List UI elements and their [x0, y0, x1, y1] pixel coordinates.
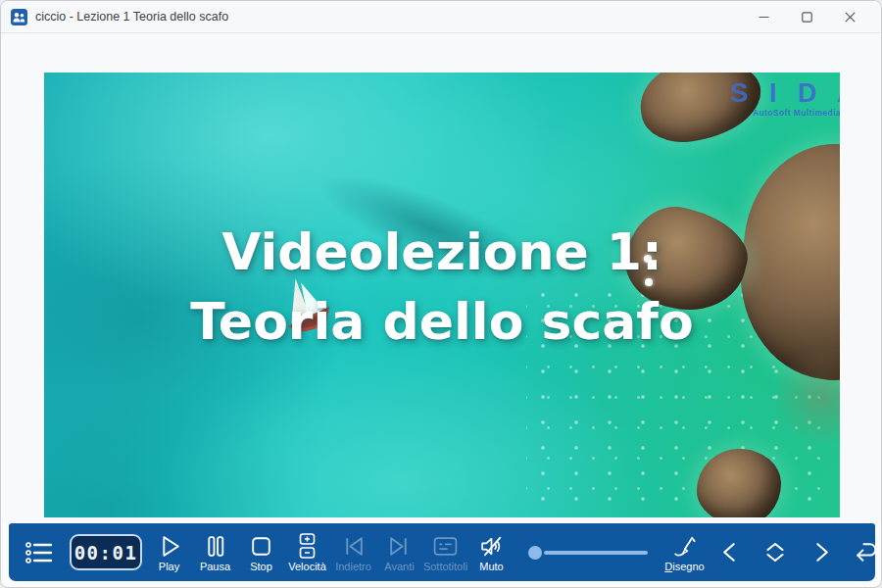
sida-logo-subtext: AutoSoft Multimedia	[730, 108, 840, 118]
volume-slider[interactable]	[528, 546, 648, 560]
content-area: S I D A AutoSoft Multimedia Videolezione…	[1, 33, 881, 523]
back-label: Indietro	[335, 561, 371, 572]
minimize-icon	[759, 12, 769, 23]
stop-button[interactable]: Stop	[238, 531, 284, 574]
speed-label: Velocità	[288, 561, 326, 572]
draw-button[interactable]: Disegno	[662, 531, 708, 574]
speed-plus-minus-icon	[294, 532, 320, 560]
speed-button[interactable]: Velocità	[284, 530, 330, 574]
minimize-button[interactable]	[742, 1, 785, 33]
return-button[interactable]	[843, 539, 882, 565]
users-group-icon	[11, 9, 27, 25]
subtitles-icon	[432, 533, 459, 560]
timer-display: 00:01	[70, 534, 142, 570]
play-label: Play	[159, 561, 179, 572]
maximize-icon	[802, 12, 812, 23]
return-arrow-icon	[852, 539, 880, 565]
sida-logo: S I D A AutoSoft Multimedia	[730, 80, 840, 118]
close-button[interactable]	[828, 1, 871, 33]
title-bar: ciccio - Lezione 1 Teoria dello scafo	[1, 1, 881, 33]
speaker-off-icon	[478, 533, 505, 560]
pause-label: Pausa	[200, 561, 230, 572]
mute-button[interactable]: Muto	[468, 531, 514, 574]
rock-formation-bottom	[697, 449, 781, 517]
pause-button[interactable]: Pausa	[192, 531, 238, 574]
skip-previous-icon	[340, 533, 367, 560]
maximize-button[interactable]	[785, 1, 828, 33]
forward-label: Avanti	[384, 561, 414, 572]
pause-icon	[202, 533, 228, 560]
skip-next-icon	[386, 533, 413, 560]
app-window: ciccio - Lezione 1 Teoria dello scafo	[0, 0, 882, 588]
next-button[interactable]	[798, 539, 843, 565]
video-title-line2: Teoria dello scafo	[44, 287, 840, 357]
video-overlay-title: Videolezione 1: Teoria dello scafo	[44, 218, 840, 357]
video-player-surface[interactable]: S I D A AutoSoft Multimedia Videolezione…	[44, 73, 840, 517]
chevron-right-icon	[808, 539, 833, 565]
forward-button[interactable]: Avanti	[376, 531, 422, 574]
play-icon	[156, 533, 182, 560]
play-button[interactable]: Play	[146, 531, 192, 574]
playlist-icon	[24, 540, 54, 565]
subtitles-label: Sottotitoli	[423, 561, 467, 572]
chevron-left-icon	[718, 539, 743, 565]
playlist-button[interactable]	[21, 536, 58, 569]
subtitles-button[interactable]: Sottotitoli	[422, 531, 468, 574]
pen-icon	[671, 533, 698, 560]
stop-icon	[248, 533, 274, 560]
close-icon	[845, 12, 856, 23]
draw-label: Disegno	[664, 561, 704, 572]
mute-label: Muto	[479, 561, 503, 572]
playback-toolbar: 00:01 Play Pausa Stop	[9, 523, 875, 581]
navigation-group	[708, 539, 882, 565]
sida-logo-text: S I D A	[730, 80, 840, 107]
video-title-line1: Videolezione 1:	[44, 218, 840, 287]
back-button[interactable]: Indietro	[330, 531, 376, 574]
window-title: ciccio - Lezione 1 Teoria dello scafo	[35, 10, 742, 24]
stop-label: Stop	[250, 561, 272, 572]
expand-collapse-button[interactable]	[753, 539, 798, 565]
volume-slider-track[interactable]	[544, 551, 648, 555]
volume-slider-handle[interactable]	[528, 546, 542, 560]
chevron-up-down-icon	[762, 539, 788, 565]
previous-button[interactable]	[708, 539, 753, 565]
